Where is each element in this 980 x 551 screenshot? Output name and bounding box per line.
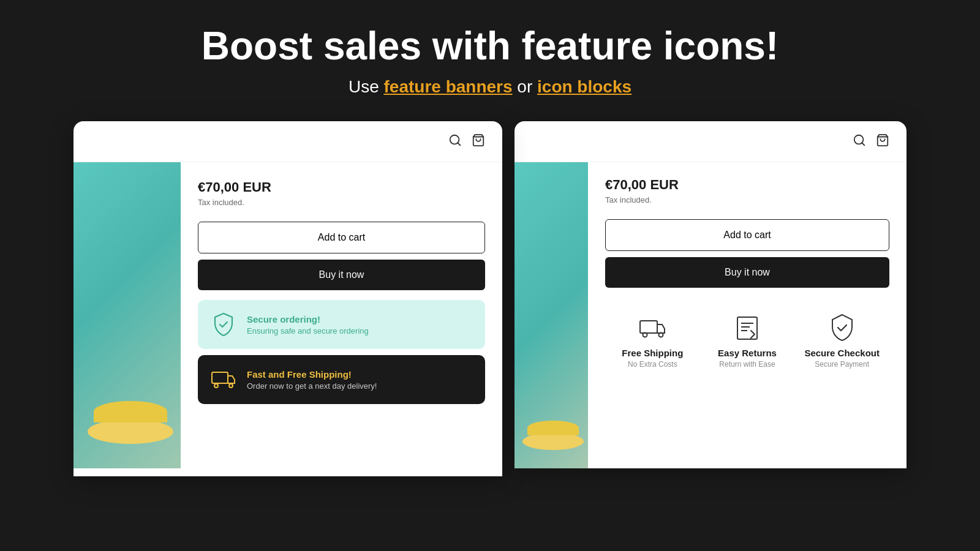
easy-returns-title: Easy Returns	[718, 348, 777, 358]
free-shipping-feature: Free Shipping No Extra Costs	[605, 312, 700, 369]
subtitle-plain: Use	[349, 77, 384, 96]
page-title: Boost sales with feature icons!	[12, 24, 968, 67]
right-card: €70,00 EUR Tax included. Add to cart Buy…	[514, 121, 907, 468]
buy-now-button-right[interactable]: Buy it now	[605, 257, 889, 288]
left-card-header	[74, 121, 502, 162]
secure-ordering-banner: Secure ordering! Ensuring safe and secur…	[198, 300, 485, 349]
svg-rect-9	[640, 321, 657, 333]
secure-feature-icon	[827, 312, 857, 342]
free-shipping-title: Free Shipping	[622, 348, 683, 358]
cart-icon-right[interactable]	[876, 133, 889, 149]
easy-returns-sub: Return with Ease	[719, 360, 775, 369]
shipping-text: Fast and Free Shipping! Order now to get…	[247, 369, 377, 391]
secure-checkout-sub: Secure Payment	[815, 360, 869, 369]
svg-rect-12	[737, 317, 757, 339]
buy-now-button-left[interactable]: Buy it now	[198, 260, 485, 290]
svg-point-5	[229, 384, 233, 388]
icon-blocks-link[interactable]: icon blocks	[537, 77, 631, 96]
shield-check-icon	[210, 311, 237, 338]
tax-left: Tax included.	[198, 198, 485, 207]
price-right: €70,00 EUR	[605, 177, 889, 193]
subtitle-middle: or	[513, 77, 537, 96]
easy-returns-feature: Easy Returns Return with Ease	[700, 312, 795, 369]
search-icon[interactable]	[448, 133, 462, 149]
add-to-cart-button-left[interactable]: Add to cart	[198, 222, 485, 253]
cart-icon[interactable]	[472, 133, 485, 149]
secure-ordering-title: Secure ordering!	[247, 314, 369, 324]
tax-right: Tax included.	[605, 195, 889, 204]
right-card-header	[514, 121, 907, 162]
truck-feature-icon	[638, 312, 667, 342]
secure-checkout-title: Secure Checkout	[804, 348, 880, 358]
product-image-left	[74, 162, 181, 468]
secure-ordering-subtitle: Ensuring safe and secure ordering	[247, 326, 369, 335]
svg-line-1	[458, 143, 460, 146]
left-card: €70,00 EUR Tax included. Add to cart Buy…	[74, 121, 502, 476]
product-details-left: €70,00 EUR Tax included. Add to cart Buy…	[181, 162, 502, 468]
feature-icons-row: Free Shipping No Extra Costs	[605, 312, 889, 369]
price-left: €70,00 EUR	[198, 179, 485, 195]
returns-feature-icon	[733, 312, 762, 342]
cards-container: €70,00 EUR Tax included. Add to cart Buy…	[0, 121, 980, 476]
product-details-right: €70,00 EUR Tax included. Add to cart Buy…	[588, 162, 907, 468]
secure-ordering-text: Secure ordering! Ensuring safe and secur…	[247, 314, 369, 335]
free-shipping-sub: No Extra Costs	[628, 360, 677, 369]
svg-point-4	[214, 384, 218, 388]
truck-icon	[210, 366, 237, 393]
add-to-cart-button-right[interactable]: Add to cart	[605, 219, 889, 251]
hero-section: Boost sales with feature icons! Use feat…	[0, 0, 980, 115]
feature-banners-link[interactable]: feature banners	[383, 77, 512, 96]
right-card-body: €70,00 EUR Tax included. Add to cart Buy…	[514, 162, 907, 468]
shipping-banner: Fast and Free Shipping! Order now to get…	[198, 355, 485, 404]
svg-line-7	[862, 143, 864, 146]
search-icon-right[interactable]	[853, 133, 866, 149]
secure-checkout-feature: Secure Checkout Secure Payment	[794, 312, 889, 369]
product-image-right	[514, 162, 588, 468]
shipping-subtitle: Order now to get a next day delivery!	[247, 381, 377, 391]
shipping-title: Fast and Free Shipping!	[247, 369, 377, 380]
svg-rect-3	[212, 372, 228, 383]
left-card-body: €70,00 EUR Tax included. Add to cart Buy…	[74, 162, 502, 468]
page-subtitle: Use feature banners or icon blocks	[12, 77, 968, 97]
